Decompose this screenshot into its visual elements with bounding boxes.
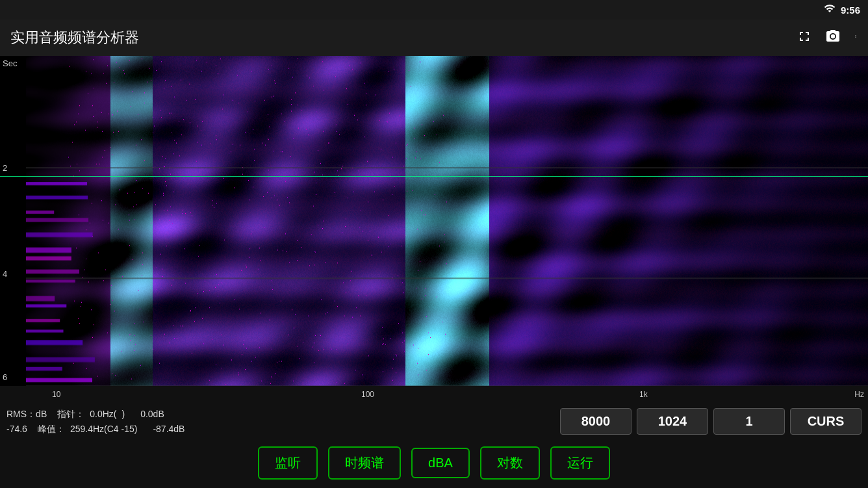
x-axis-bar: 10 100 1k Hz	[0, 386, 868, 400]
svg-point-0	[831, 34, 835, 38]
x-tick-10: 10	[52, 390, 60, 399]
peak-label: 峰值：	[38, 422, 65, 436]
y-axis-4-label: 4	[3, 269, 7, 279]
status-time: 9:56	[841, 5, 860, 16]
needle-note: )	[121, 407, 125, 421]
spectrogram-button[interactable]: 时频谱	[328, 446, 401, 480]
camera-icon[interactable]	[825, 29, 841, 47]
x-tick-hz: Hz	[854, 390, 864, 399]
fullscreen-icon[interactable]	[797, 29, 812, 47]
needle-db: 0.0dB	[140, 407, 164, 421]
needle-hz: 0.0Hz(	[90, 407, 116, 421]
param-btn-8000[interactable]: 8000	[560, 408, 632, 435]
run-button[interactable]: 运行	[550, 446, 610, 480]
param-btn-1[interactable]: 1	[713, 408, 785, 435]
cursor-line	[0, 176, 868, 177]
app-bar: 实用音频频谱分析器	[0, 19, 868, 56]
app-title: 实用音频频谱分析器	[10, 28, 797, 47]
y-axis-6-label: 6	[3, 372, 7, 382]
x-tick-1k: 1k	[639, 390, 648, 399]
y-axis-2-label: 2	[3, 163, 7, 173]
peak-db: -87.4dB	[153, 422, 185, 436]
rms-row: RMS：dB 指针： 0.0Hz( ) 0.0dB	[6, 407, 344, 421]
log-button[interactable]: 对数	[480, 446, 540, 480]
param-buttons: 8000 1024 1 CURS	[560, 408, 862, 435]
rms-value: -74.6	[6, 422, 27, 436]
y-axis-sec-label: Sec	[3, 58, 17, 68]
peak-hz: 259.4Hz(C4 -15)	[70, 422, 138, 436]
dba-button[interactable]: dBA	[411, 448, 470, 478]
info-left: RMS：dB 指针： 0.0Hz( ) 0.0dB -74.6 峰值： 259.…	[6, 407, 344, 436]
status-bar: 9:56	[0, 0, 868, 19]
wifi-icon	[824, 3, 836, 17]
listen-button[interactable]: 监听	[258, 446, 318, 480]
info-bar: RMS：dB 指针： 0.0Hz( ) 0.0dB -74.6 峰值： 259.…	[0, 400, 868, 443]
spectrogram-canvas	[0, 56, 868, 400]
param-btn-1024[interactable]: 1024	[637, 408, 708, 435]
controls-bar: 监听 时频谱 dBA 对数 运行	[0, 443, 868, 488]
spectrogram-container[interactable]: Sec 2 4 6 10 100 1k Hz	[0, 56, 868, 400]
rms-label: RMS：dB	[6, 407, 47, 421]
curs-button[interactable]: CURS	[790, 408, 862, 435]
peak-row: -74.6 峰值： 259.4Hz(C4 -15) -87.4dB	[6, 422, 344, 436]
more-icon[interactable]	[854, 29, 858, 47]
x-tick-100: 100	[361, 390, 374, 399]
needle-label: 指针：	[57, 407, 84, 421]
